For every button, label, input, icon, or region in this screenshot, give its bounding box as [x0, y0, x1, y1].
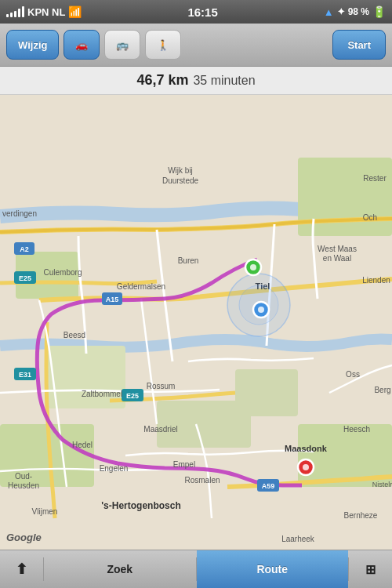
- svg-point-58: [303, 464, 309, 470]
- carrier-label: KPN NL: [27, 6, 65, 18]
- search-label: Zoek: [107, 563, 132, 575]
- signal-bar-2: [10, 13, 13, 17]
- pages-button[interactable]: ⊞: [349, 550, 392, 588]
- svg-text:Oud-: Oud-: [15, 472, 32, 481]
- distance-time: 35 minuten: [193, 74, 255, 88]
- map-svg: A2 E25 E31 A15 E25 A59 Wijk bij Duursted…: [0, 95, 392, 550]
- svg-text:Beesd: Beesd: [64, 331, 85, 339]
- toolbar: Wijzig 🚗 🚌 🚶 Start: [0, 24, 392, 67]
- svg-text:A2: A2: [20, 245, 29, 253]
- svg-text:Laarheek: Laarheek: [281, 535, 315, 543]
- walk-mode-button[interactable]: 🚶: [145, 30, 181, 60]
- search-button[interactable]: Zoek: [44, 550, 196, 588]
- compass-icon: ⬆: [16, 561, 27, 578]
- svg-text:'s-Hertogenbosch: 's-Hertogenbosch: [101, 500, 181, 511]
- svg-text:A59: A59: [262, 482, 275, 490]
- car-icon: 🚗: [75, 39, 88, 51]
- battery-label: 98 %: [348, 6, 369, 17]
- svg-text:Maasdriel: Maasdriel: [143, 425, 177, 434]
- svg-point-54: [258, 307, 264, 313]
- wijzig-label: Wijzig: [18, 39, 47, 51]
- svg-text:Duurstede: Duurstede: [162, 176, 199, 185]
- svg-text:Rossum: Rossum: [147, 382, 176, 390]
- signal-bar-5: [22, 6, 24, 17]
- location-icon: ▲: [324, 6, 334, 18]
- svg-rect-7: [157, 401, 251, 448]
- svg-text:Maasdonk: Maasdonk: [285, 444, 328, 453]
- svg-text:Wijk bij: Wijk bij: [168, 166, 193, 175]
- signal-bar-1: [6, 14, 9, 17]
- svg-text:Heesch: Heesch: [343, 425, 370, 434]
- location-button[interactable]: ⬆: [0, 550, 43, 588]
- route-button[interactable]: Route: [197, 550, 349, 588]
- start-button[interactable]: Start: [332, 30, 386, 60]
- signal-bars: [6, 6, 24, 17]
- walk-icon: 🚶: [157, 39, 169, 51]
- svg-text:Rosmalen: Rosmalen: [184, 476, 220, 485]
- svg-text:Hedel: Hedel: [72, 441, 93, 449]
- svg-text:Buren: Buren: [178, 256, 199, 265]
- distance-bar: 46,7 km 35 minuten: [0, 67, 392, 95]
- svg-text:Heusden: Heusden: [8, 481, 39, 490]
- svg-text:Bernheze: Bernheze: [344, 511, 378, 520]
- battery-icon: 🔋: [372, 5, 386, 18]
- wifi-icon: 📶: [68, 5, 82, 18]
- google-watermark: Google: [6, 532, 42, 543]
- svg-text:Berg: Berg: [374, 386, 390, 394]
- status-left: KPN NL 📶: [6, 5, 82, 18]
- start-label: Start: [347, 39, 371, 51]
- svg-point-56: [250, 264, 256, 270]
- svg-text:Empel: Empel: [173, 460, 195, 469]
- svg-text:E31: E31: [19, 371, 31, 379]
- svg-text:en Waal: en Waal: [323, 254, 351, 263]
- signal-bar-3: [14, 11, 16, 17]
- bus-icon: 🚌: [116, 39, 129, 51]
- svg-text:Lienden: Lienden: [362, 276, 390, 285]
- distance-value: 46,7 km: [136, 72, 188, 89]
- svg-text:Culemborg: Culemborg: [44, 268, 82, 277]
- status-time: 16:15: [187, 5, 217, 19]
- signal-bar-4: [18, 9, 20, 17]
- svg-text:verdingen: verdingen: [2, 209, 37, 218]
- svg-text:Och: Och: [363, 213, 377, 222]
- wijzig-button[interactable]: Wijzig: [6, 30, 59, 60]
- map-container[interactable]: A2 E25 E31 A15 E25 A59 Wijk bij Duursted…: [0, 95, 392, 550]
- bottom-bar: ⬆ Zoek Route ⊞: [0, 550, 392, 588]
- status-bar: KPN NL 📶 16:15 ▲ ✦ 98 % 🔋: [0, 0, 392, 24]
- car-mode-button[interactable]: 🚗: [64, 30, 100, 60]
- svg-text:Nistelro: Nistelro: [372, 481, 392, 488]
- bus-mode-button[interactable]: 🚌: [104, 30, 140, 60]
- svg-text:Zaltbommel: Zaltbommel: [82, 390, 122, 398]
- svg-text:West Maas: West Maas: [318, 245, 357, 253]
- svg-text:Rester: Rester: [363, 174, 387, 183]
- svg-text:E25: E25: [126, 392, 139, 400]
- svg-text:Engelen: Engelen: [100, 464, 129, 473]
- bluetooth-icon: ✦: [337, 6, 345, 17]
- pages-icon: ⊞: [365, 562, 376, 577]
- svg-text:Vlijmen: Vlijmen: [32, 507, 58, 516]
- route-label: Route: [256, 563, 288, 575]
- svg-text:A15: A15: [106, 296, 119, 303]
- svg-text:Oss: Oss: [346, 370, 360, 379]
- svg-text:Geldermalsen: Geldermalsen: [117, 282, 165, 291]
- svg-text:E25: E25: [19, 274, 31, 282]
- status-right: ▲ ✦ 98 % 🔋: [324, 5, 386, 18]
